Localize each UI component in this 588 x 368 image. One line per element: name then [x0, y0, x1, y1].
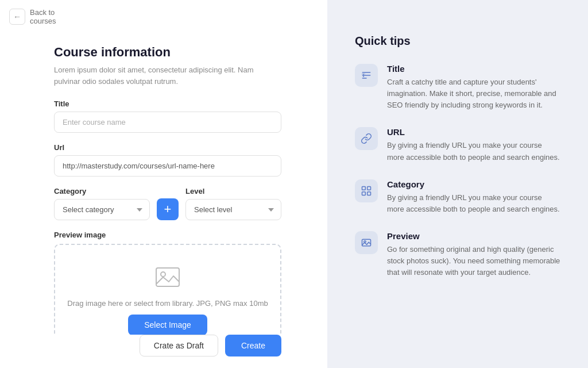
tip-item-category: Category By giving a friendly URL you ma… — [355, 179, 560, 215]
tip-url-heading: URL — [387, 127, 560, 137]
page-description: Lorem ipsum dolor sit amet, consectetur … — [54, 64, 281, 87]
category-select[interactable]: Select category — [54, 199, 150, 220]
tip-title-icon: T — [355, 64, 378, 87]
tip-preview-content: Preview Go for something original and hi… — [387, 231, 560, 278]
svg-text:T: T — [362, 73, 365, 78]
category-level-row: Category Select category + Level Select … — [54, 187, 281, 220]
tip-item-preview: Preview Go for something original and hi… — [355, 231, 560, 278]
dropzone-text: Drag image here or select from library. … — [67, 299, 268, 308]
url-field-wrapper — [54, 155, 281, 177]
tip-url-content: URL By giving a friendly URL you make yo… — [387, 127, 560, 163]
tip-category-icon — [355, 179, 378, 202]
level-label: Level — [185, 187, 281, 195]
category-label: Category — [54, 187, 150, 195]
svg-rect-0 — [156, 268, 179, 286]
svg-rect-3 — [362, 186, 366, 190]
create-button[interactable]: Create — [225, 335, 281, 356]
tip-url-text: By giving a friendly URL you make your c… — [387, 140, 560, 163]
tip-preview-icon — [355, 231, 378, 254]
title-label: Title — [54, 99, 281, 108]
tip-title-text: Craft a catchy title and capture your st… — [387, 76, 560, 111]
form-actions: Crate as Draft Create — [0, 335, 327, 368]
title-field-group: Title — [54, 99, 281, 133]
category-field-group: Category Select category — [54, 187, 150, 220]
form-container: Course information Lorem ipsum dolor sit… — [0, 33, 327, 335]
preview-image-group: Preview image Drag image here or select … — [54, 231, 281, 335]
tip-title-content: Title Craft a catchy title and capture y… — [387, 64, 560, 111]
page-title: Course information — [54, 45, 281, 60]
url-label: Url — [54, 143, 281, 152]
svg-rect-5 — [362, 191, 366, 195]
tip-item-url: URL By giving a friendly URL you make yo… — [355, 127, 560, 163]
back-to-courses-button[interactable]: ← Back tocourses — [0, 0, 65, 33]
tip-preview-text: Go for something original and high quali… — [387, 244, 560, 278]
svg-rect-4 — [368, 186, 371, 190]
add-category-button[interactable]: + — [157, 198, 179, 220]
svg-point-1 — [161, 272, 165, 277]
select-image-button[interactable]: Select Image — [128, 315, 207, 335]
tip-category-heading: Category — [387, 179, 560, 189]
preview-image-label: Preview image — [54, 231, 281, 239]
tip-preview-heading: Preview — [387, 231, 560, 241]
right-panel: Quick tips T Title Craft a catchy title … — [327, 0, 588, 368]
create-draft-button[interactable]: Crate as Draft — [140, 335, 218, 356]
level-field-group: Level Select level — [185, 187, 281, 220]
back-arrow-icon: ← — [9, 9, 25, 25]
tip-item-title: T Title Craft a catchy title and capture… — [355, 64, 560, 111]
image-placeholder-icon — [153, 262, 183, 292]
image-dropzone[interactable]: Drag image here or select from library. … — [54, 244, 281, 335]
tip-category-content: Category By giving a friendly URL you ma… — [387, 179, 560, 215]
left-panel: ← Back tocourses Course information Lore… — [0, 0, 327, 368]
tip-category-text: By giving a friendly URL you make your c… — [387, 192, 560, 215]
svg-rect-6 — [368, 191, 371, 195]
level-select[interactable]: Select level — [185, 199, 281, 220]
title-input[interactable] — [54, 112, 281, 133]
tip-title-heading: Title — [387, 64, 560, 74]
url-input[interactable] — [54, 155, 281, 177]
back-button-label: Back tocourses — [30, 8, 56, 25]
url-field-group: Url — [54, 143, 281, 177]
tips-title: Quick tips — [355, 34, 560, 48]
tip-url-icon — [355, 127, 378, 150]
